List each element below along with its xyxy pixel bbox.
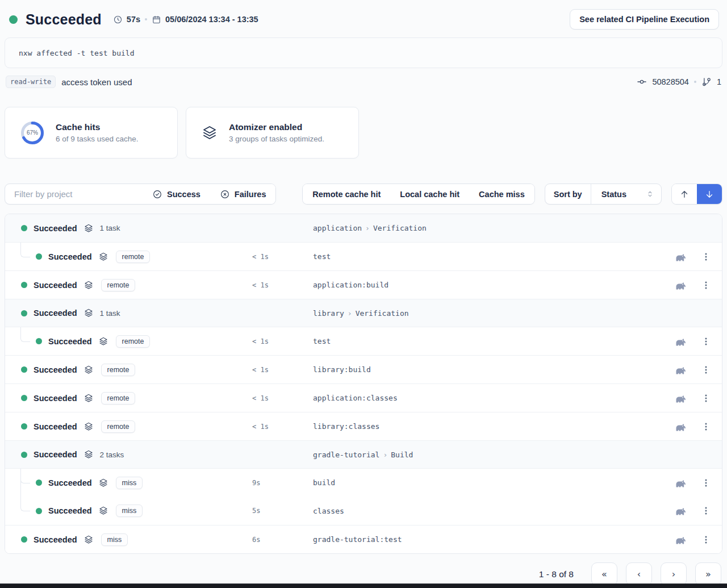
gradle-icon[interactable] [675, 535, 687, 544]
task-count-label: 1 task [100, 309, 120, 318]
cache-hits-card[interactable]: 67% Cache hits 6 of 9 tasks used cache. [5, 107, 178, 159]
separator-dot [694, 81, 696, 83]
access-token-badge: read-write [6, 76, 56, 88]
row-status-cell: Succeeded remote [5, 251, 252, 263]
gradle-icon[interactable] [675, 281, 687, 290]
command-box: nxw affected -t test build [5, 37, 722, 68]
sort-select[interactable]: Status [591, 184, 661, 204]
commit-id[interactable]: 50828504 [652, 77, 689, 86]
row-status-cell: Succeeded remote [5, 279, 252, 291]
task-group-icon [83, 280, 94, 290]
table-row[interactable]: Succeeded remote < 1s test [5, 242, 722, 270]
cache-miss-button[interactable]: Cache miss [469, 184, 534, 204]
search-input[interactable] [5, 184, 143, 204]
task-name: classes [313, 507, 671, 515]
task-group-icon [98, 252, 108, 262]
local-cache-hit-button[interactable]: Local cache hit [390, 184, 469, 204]
run-details-page: Succeeded 57s 05/06/2024 13:34 - 13:35 S… [0, 0, 727, 586]
gradle-icon[interactable] [675, 394, 687, 403]
row-menu-button[interactable] [701, 394, 711, 403]
pagination-info: 1 - 8 of 8 [539, 569, 574, 579]
next-page-button[interactable]: › [661, 562, 687, 586]
duration-label: 5s [252, 507, 313, 515]
row-menu-button[interactable] [701, 252, 711, 261]
atomizer-title: Atomizer enabled [229, 122, 324, 132]
row-menu-button[interactable] [701, 478, 711, 487]
row-status-label: Succeeded [34, 281, 77, 290]
row-menu-button[interactable] [701, 365, 711, 374]
task-count-label: 2 tasks [100, 451, 124, 459]
remote-cache-hit-button[interactable]: Remote cache hit [303, 184, 390, 204]
table-row[interactable]: Succeeded miss 5s classes [5, 497, 722, 525]
gradle-icon[interactable] [675, 365, 687, 374]
row-status-cell: Succeeded remote [5, 392, 252, 404]
sort-ascending-button[interactable] [672, 184, 697, 204]
access-token-text: access token used [61, 77, 132, 87]
command-text: nxw affected -t test build [19, 49, 135, 57]
status-dot [36, 338, 42, 344]
project-target-path: library›Verification [313, 309, 671, 318]
task-group-icon [83, 308, 94, 318]
table-row[interactable]: Succeeded remote < 1s application:classe… [5, 383, 722, 412]
filter-right-group: Remote cache hit Local cache hit Cache m… [302, 184, 722, 205]
row-status-label: Succeeded [34, 450, 77, 459]
table-row[interactable]: Succeeded remote < 1s library:build [5, 355, 722, 383]
gradle-icon[interactable] [675, 337, 687, 346]
date-meta: 05/06/2024 13:34 - 13:35 [152, 15, 258, 24]
table-row[interactable]: Succeeded 1 task application›Verificatio… [5, 214, 722, 242]
task-name: library:classes [313, 422, 671, 431]
table-row[interactable]: Succeeded remote < 1s test [5, 327, 722, 355]
success-filter-button[interactable]: Success [143, 184, 210, 204]
table-row[interactable]: Succeeded 2 tasks gradle-tutorial›Build [5, 440, 722, 468]
row-status-cell: Succeeded remote [5, 335, 252, 348]
duration-label: < 1s [252, 281, 313, 289]
row-actions [671, 506, 722, 515]
table-row[interactable]: Succeeded remote < 1s library:classes [5, 412, 722, 440]
gradle-icon[interactable] [675, 252, 687, 261]
first-page-button[interactable]: « [591, 562, 617, 586]
cache-hits-donut: 67% [20, 120, 45, 145]
duration-label: 57s [127, 15, 140, 24]
gradle-icon[interactable] [675, 422, 687, 431]
task-name: test [313, 252, 671, 261]
last-page-button[interactable]: » [695, 562, 721, 586]
table-row[interactable]: Succeeded miss 9s build [5, 468, 722, 497]
row-menu-button[interactable] [701, 337, 711, 346]
row-menu-button[interactable] [701, 422, 711, 431]
status-dot [36, 508, 42, 514]
duration-label: < 1s [252, 253, 313, 261]
table-row[interactable]: Succeeded remote < 1s application:build [5, 270, 722, 299]
duration-label: 6s [252, 536, 313, 544]
chevron-updown-icon [646, 190, 654, 198]
arrow-up-icon [679, 189, 690, 199]
tree-connector-elbow [20, 497, 30, 511]
run-status-dot [9, 15, 18, 24]
previous-page-button[interactable]: ‹ [626, 562, 652, 586]
page-title: Succeeded [26, 11, 102, 28]
status-dot [21, 536, 27, 543]
project-target-path: application›Verification [313, 224, 671, 232]
row-actions [671, 535, 722, 544]
duration-label: < 1s [252, 394, 313, 402]
row-menu-button[interactable] [701, 535, 711, 544]
duration-label: 9s [252, 479, 313, 487]
failures-filter-button[interactable]: Failures [210, 184, 276, 204]
table-row[interactable]: Succeeded miss 6s gradle-tutorial:test [5, 525, 722, 553]
row-status-cell: Succeeded remote [5, 420, 252, 433]
row-actions [671, 365, 722, 374]
task-name: build [313, 478, 671, 487]
sort-descending-button[interactable] [697, 184, 722, 204]
see-related-pipeline-button[interactable]: See related CI Pipeline Execution [570, 9, 719, 30]
atomizer-card[interactable]: Atomizer enabled 3 groups of tasks optim… [186, 107, 359, 159]
table-row[interactable]: Succeeded 1 task library›Verification [5, 299, 722, 327]
row-status-label: Succeeded [34, 224, 77, 233]
tree-connector-elbow [20, 469, 30, 483]
gradle-icon[interactable] [675, 478, 687, 487]
row-menu-button[interactable] [701, 506, 711, 515]
gradle-icon[interactable] [675, 506, 687, 515]
row-status-cell: Succeeded miss [5, 504, 252, 517]
project-filter-group: Success Failures [5, 184, 276, 205]
row-actions [671, 394, 722, 403]
row-menu-button[interactable] [701, 281, 711, 290]
status-dot [21, 423, 27, 429]
